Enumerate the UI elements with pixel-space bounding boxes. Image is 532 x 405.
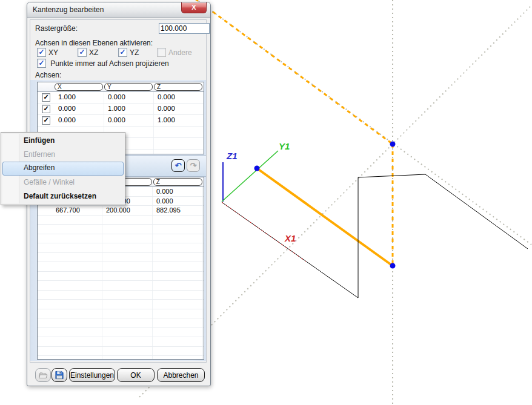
- table-cell[interactable]: [52, 318, 102, 328]
- table-cell[interactable]: [52, 300, 102, 309]
- vertex-point-b[interactable]: [390, 142, 396, 147]
- table-cell[interactable]: [52, 234, 102, 243]
- dialog-titlebar[interactable]: Kantenzug bearbeiten X: [27, 2, 210, 18]
- axes-column-header-z[interactable]: Z: [154, 83, 202, 91]
- table-row[interactable]: 667.700200.000882.095: [38, 206, 204, 216]
- undo-button[interactable]: ↶: [171, 159, 185, 172]
- table-cell[interactable]: [154, 127, 204, 137]
- row-checkbox[interactable]: ✓: [42, 93, 50, 102]
- table-row-empty[interactable]: [38, 356, 204, 360]
- table-cell[interactable]: [52, 337, 102, 346]
- project-points-checkbox[interactable]: ✓ Punkte immer auf Achsen projizieren: [37, 59, 169, 68]
- table-row[interactable]: ✓1.0000.0000.000: [38, 92, 204, 104]
- table-cell[interactable]: [102, 300, 153, 309]
- table-cell[interactable]: 0.000: [153, 187, 203, 196]
- raster-size-input[interactable]: [159, 23, 210, 34]
- table-cell[interactable]: 200.000: [102, 206, 153, 215]
- table-cell[interactable]: [102, 262, 153, 271]
- row-select-cell[interactable]: ✓: [38, 104, 55, 114]
- table-cell[interactable]: [153, 356, 203, 360]
- table-cell[interactable]: [102, 253, 153, 262]
- points-column-header-z[interactable]: Z: [153, 178, 202, 186]
- load-button[interactable]: [35, 368, 51, 382]
- table-row-empty[interactable]: [38, 309, 204, 319]
- table-cell[interactable]: [102, 281, 153, 290]
- table-cell[interactable]: [153, 281, 203, 290]
- table-cell[interactable]: 0.000: [55, 104, 104, 114]
- settings-button[interactable]: Einstellungen: [69, 368, 115, 382]
- table-row-empty[interactable]: [38, 234, 204, 244]
- table-row-empty[interactable]: [38, 272, 204, 282]
- table-cell[interactable]: [153, 300, 203, 309]
- table-cell[interactable]: [153, 309, 203, 318]
- table-row-empty[interactable]: [38, 253, 204, 263]
- table-cell[interactable]: [52, 347, 102, 356]
- plane-checkbox-andere[interactable]: Andere: [157, 48, 192, 57]
- table-cell[interactable]: 0.000: [154, 104, 204, 114]
- table-cell[interactable]: 882.095: [153, 206, 203, 215]
- row-checkbox[interactable]: ✓: [42, 105, 50, 113]
- table-cell[interactable]: 0.000: [104, 115, 154, 126]
- table-cell[interactable]: 1.000: [104, 104, 154, 114]
- table-row-empty[interactable]: [38, 318, 204, 328]
- table-cell[interactable]: [153, 291, 203, 300]
- table-cell[interactable]: [153, 234, 203, 243]
- table-cell[interactable]: [153, 253, 203, 262]
- table-cell[interactable]: [52, 243, 102, 252]
- axes-column-header-y[interactable]: Y: [104, 83, 153, 91]
- table-row-empty[interactable]: [38, 300, 204, 309]
- row-checkbox[interactable]: ✓: [42, 116, 50, 125]
- table-cell[interactable]: [52, 225, 102, 234]
- table-cell[interactable]: [102, 356, 153, 360]
- menu-item-default-zur-cksetzen[interactable]: Default zurücksetzen: [2, 189, 124, 203]
- ok-button[interactable]: OK: [117, 368, 155, 382]
- table-row-empty[interactable]: [38, 216, 204, 225]
- table-cell[interactable]: [52, 253, 102, 262]
- redo-button[interactable]: ↷: [187, 159, 200, 172]
- black-polyline[interactable]: [222, 174, 528, 298]
- table-cell[interactable]: [52, 272, 102, 281]
- menu-item-einf-gen[interactable]: Einfügen: [2, 134, 124, 148]
- table-cell[interactable]: [154, 150, 204, 154]
- construction-line-edge-axis[interactable]: [195, 0, 531, 245]
- table-row-empty[interactable]: [38, 347, 204, 357]
- table-cell[interactable]: [153, 347, 203, 356]
- table-cell[interactable]: [102, 337, 153, 346]
- table-cell[interactable]: 0.000: [154, 92, 204, 103]
- menu-item-abgreifen[interactable]: Abgreifen: [2, 162, 124, 176]
- table-row-empty[interactable]: [38, 337, 204, 347]
- plane-checkbox-yz[interactable]: ✓YZ: [118, 48, 139, 57]
- table-cell[interactable]: 0.000: [104, 92, 154, 103]
- table-cell[interactable]: [153, 216, 203, 225]
- table-row[interactable]: ✓0.0001.0000.000: [38, 104, 204, 115]
- cancel-button[interactable]: Abbrechen: [157, 368, 205, 382]
- table-row-empty[interactable]: [38, 225, 204, 234]
- table-cell[interactable]: [102, 243, 153, 252]
- table-cell[interactable]: 0.000: [153, 197, 203, 206]
- table-cell[interactable]: 1.000: [154, 115, 204, 126]
- axes-column-header-x[interactable]: X: [55, 83, 103, 91]
- table-cell[interactable]: [153, 243, 203, 252]
- table-row[interactable]: ✓0.0000.0001.000: [38, 115, 204, 127]
- vertex-point-c[interactable]: [390, 263, 396, 269]
- table-cell[interactable]: [102, 328, 153, 337]
- edge-segment-solid[interactable]: [257, 168, 393, 266]
- table-cell[interactable]: [52, 328, 102, 337]
- table-cell[interactable]: [102, 272, 153, 281]
- table-cell[interactable]: [102, 225, 153, 234]
- table-row-empty[interactable]: [38, 243, 204, 253]
- save-button[interactable]: [52, 368, 67, 382]
- table-cell[interactable]: 667.700: [52, 206, 102, 215]
- row-select-cell[interactable]: ✓: [38, 115, 55, 126]
- table-cell[interactable]: [153, 328, 203, 337]
- table-cell[interactable]: [52, 216, 102, 225]
- table-cell[interactable]: [153, 262, 203, 271]
- table-cell[interactable]: [102, 318, 153, 328]
- table-cell[interactable]: [153, 272, 203, 281]
- table-cell[interactable]: [52, 356, 102, 360]
- table-cell[interactable]: [102, 291, 153, 300]
- table-row-empty[interactable]: [38, 281, 204, 291]
- table-row-empty[interactable]: [38, 291, 204, 300]
- table-cell[interactable]: [52, 281, 102, 290]
- table-cell[interactable]: 0.000: [55, 115, 104, 126]
